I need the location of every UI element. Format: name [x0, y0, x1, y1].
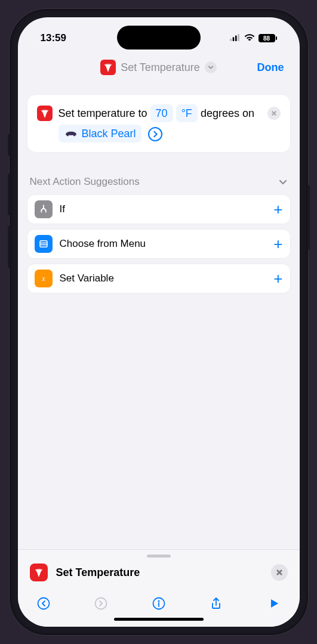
add-suggestion-button[interactable]: +: [273, 235, 282, 253]
suggestion-row-1[interactable]: Choose from Menu+: [27, 230, 290, 258]
action-text: Set temperature to: [59, 107, 147, 119]
chevron-down-icon: [205, 61, 217, 73]
tesla-icon: [30, 564, 48, 581]
clear-action-button[interactable]: [267, 107, 281, 120]
status-time: 13:59: [41, 32, 66, 44]
share-button[interactable]: [208, 596, 224, 611]
drag-handle[interactable]: [18, 550, 300, 560]
svg-rect-3: [238, 34, 239, 41]
chevron-down-icon: [278, 177, 288, 187]
suggestion-label: Set Variable: [60, 273, 267, 284]
suggestion-label: If: [60, 203, 267, 215]
tesla-icon: [37, 106, 53, 121]
svg-rect-0: [230, 39, 232, 41]
car-icon: [64, 130, 78, 137]
tesla-icon: [100, 60, 116, 75]
var-icon: x: [35, 270, 53, 287]
suggestion-row-2[interactable]: xSet Variable+: [27, 264, 290, 293]
toolbar: [18, 590, 300, 627]
cellular-icon: [230, 32, 241, 44]
dynamic-island: [117, 26, 201, 49]
info-button[interactable]: [151, 596, 167, 611]
nav-title-dropdown[interactable]: Set Temperature: [100, 60, 217, 75]
sheet-title: Set Temperature: [56, 566, 263, 579]
svg-rect-5: [40, 241, 47, 247]
menu-icon: [35, 235, 53, 253]
svg-point-10: [158, 600, 159, 601]
undo-button[interactable]: [36, 596, 51, 611]
home-indicator[interactable]: [114, 618, 204, 621]
close-sheet-button[interactable]: [271, 564, 288, 581]
add-suggestion-button[interactable]: +: [273, 200, 282, 219]
suggestion-row-0[interactable]: If+: [27, 195, 290, 224]
action-card[interactable]: Set temperature to 70 °F degrees on Blac…: [27, 95, 290, 152]
add-suggestion-button[interactable]: +: [273, 270, 282, 288]
nav-bar: Set Temperature Done: [18, 53, 300, 82]
redo-button[interactable]: [93, 596, 109, 611]
branch-icon: [35, 200, 53, 218]
suggestions-header[interactable]: Next Action Suggestions: [27, 176, 290, 195]
disclosure-icon[interactable]: [148, 127, 162, 141]
battery-icon: 88: [258, 34, 277, 42]
svg-rect-2: [235, 36, 237, 41]
svg-text:x: x: [41, 274, 45, 283]
svg-rect-4: [276, 36, 277, 40]
vehicle-token[interactable]: Black Pearl: [59, 125, 141, 143]
action-text: degrees on: [201, 107, 254, 119]
svg-point-8: [96, 598, 107, 609]
svg-rect-1: [232, 37, 234, 41]
svg-point-7: [38, 598, 49, 609]
run-button[interactable]: [266, 596, 282, 611]
bottom-sheet: Set Temperature: [18, 549, 300, 627]
wifi-icon: [244, 32, 255, 44]
done-button[interactable]: Done: [257, 61, 284, 74]
suggestion-label: Choose from Menu: [60, 238, 267, 250]
temperature-value-token[interactable]: 70: [150, 104, 173, 122]
temperature-unit-token[interactable]: °F: [176, 104, 198, 122]
